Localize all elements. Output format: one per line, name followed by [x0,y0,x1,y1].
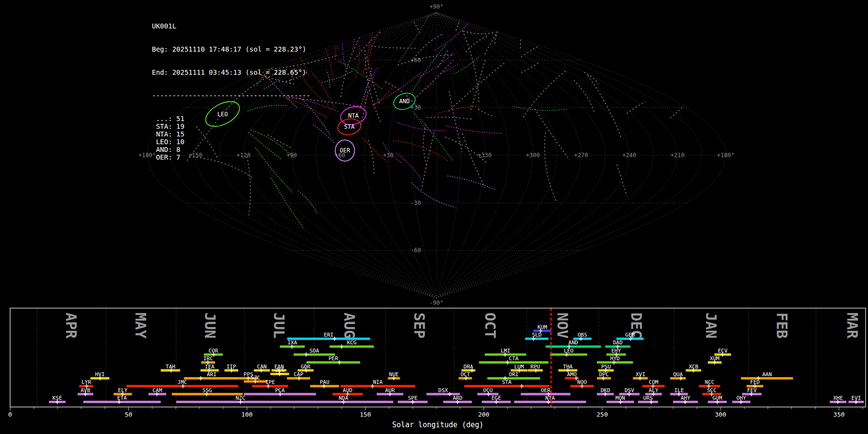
pole-label-north: +90° [430,3,444,10]
shower-label: NZC [236,395,245,401]
trail-NTA [377,0,391,23]
shower-AVB: AVB [78,387,93,396]
trail-STA [363,21,375,74]
shower-label: LEO [564,348,573,354]
shower-label: AUR [385,387,395,393]
trail-sporadic [520,0,522,48]
shower-label: ALY [649,387,658,393]
shower-label: GUM [712,395,722,401]
shower-label: COR [208,348,218,354]
shower-label: EGE [491,395,501,401]
shower-label: ZCS [275,367,285,373]
shower-label: LYR [81,379,91,385]
shower-SPE: SPE [398,395,428,404]
trail-sporadic [588,75,622,138]
trail-sporadic [341,28,366,97]
shower-DPC: DPC [597,371,611,380]
shower-CAP: CAP [287,371,310,380]
trail-sporadic [521,63,538,73]
shower-label: NTA [545,395,555,401]
lon-label: +300 [526,152,540,159]
shower-label: IXA [287,339,297,346]
shower-label: GDR [301,364,311,370]
shower-IIP: IIP [224,364,238,373]
shower-AAN: AAN [741,371,793,380]
shower-label: SZC [251,375,260,381]
meridian [388,13,436,298]
shower-label: THA [563,364,573,370]
shower-AHY: AHY [673,395,698,404]
shower-label: PSU [601,364,611,370]
trail-sporadic [670,62,716,118]
shower-label: FED [750,379,760,385]
shower-label: OCT [461,371,470,378]
trail-sporadic [535,109,570,160]
shower-label: MON [615,395,625,401]
shower-label: NCC [705,379,715,385]
shower-label: ETA [117,395,127,401]
shower-label: ORI [509,371,518,378]
trail-OER [313,124,334,143]
trail-sporadic [478,109,495,117]
shower-label: STA [502,379,512,385]
lat-label: -60 [410,247,421,254]
trail-STA [356,44,360,78]
x-axis: 050100150200250300350Solar longitude (de… [8,407,863,429]
shower-label: RPU [530,364,540,370]
trail-OER [448,176,496,190]
trail-STA [437,106,478,113]
shower-ORI: ORI [488,371,541,380]
trail-AND [514,107,567,110]
shower-label: SPE [408,395,418,401]
shower-label: CAN [257,364,267,370]
shower-count-AND: AND: 8 [152,146,311,153]
lon-label: +240 [623,152,637,159]
shower-label: DKD [600,387,610,393]
x-tick-label: 100 [241,411,252,418]
trail-NTA [396,153,421,179]
shower-label: OHY [736,395,746,401]
shower-label: IIP [227,364,236,370]
month-label-OCT: OCT [482,312,499,339]
shower-DKD: DKD [597,387,614,396]
x-tick-label: 0 [8,411,12,418]
shower-label: COM [649,379,658,385]
trail-STA [368,28,381,73]
shower-QUA: QUA [670,371,686,380]
trail-sporadic [456,6,461,30]
shower-label: NDA [339,395,348,401]
shower-label: DRA [463,364,473,370]
shower-TAH: TAH [161,364,180,373]
shower-label: ECV [718,348,728,354]
shower-label: PCA [275,387,285,393]
trail-OER [326,70,330,87]
lat-label: +60 [410,57,421,64]
shower-OHY: OHY [732,395,750,404]
shower-count-OER: OER: 7 [152,153,311,161]
x-tick-label: 300 [715,411,726,418]
shower-count-spo: ...: 51 [152,115,311,122]
shower-label: LUM [514,364,524,370]
radiant-label: AND [399,98,410,105]
trail-AND [412,45,447,93]
radiant-label: NTA [348,112,359,119]
shower-AUR: AUR [377,387,403,396]
shower-GUM: GUM [708,395,727,404]
shower-LEO: LEO [550,348,587,357]
shower-CAN: CAN [254,364,270,373]
month-label-JAN: JAN [703,312,719,339]
shower-KSE: KSE [49,395,66,404]
trail-NTA [352,9,354,50]
shower-label: HVI [95,371,105,378]
station-id: UK001L [152,22,311,30]
shower-label: PAU [320,379,329,385]
x-tick-label: 350 [833,411,844,418]
trail-sporadic [463,31,494,34]
trail-sporadic [574,80,594,111]
shower-label: TAH [166,364,176,370]
trail-AND [454,57,479,73]
shower-count-STA: STA: 19 [152,122,311,130]
shower-XUM: XUM [708,355,722,365]
shower-bars: KUMERISLDOBSGEMIXAKCGANDDADCORSDALMILEOE… [49,324,864,405]
trail-sporadic [462,134,485,188]
